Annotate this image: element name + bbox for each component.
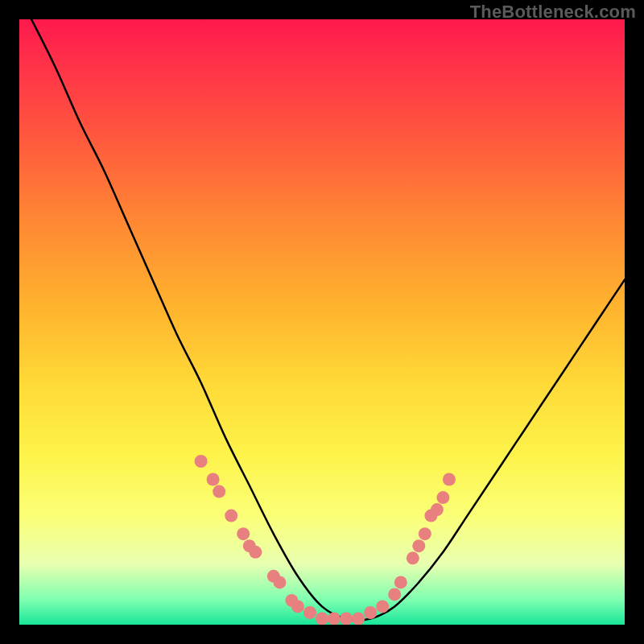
marker-dot	[407, 551, 419, 564]
marker-dot	[285, 594, 298, 607]
marker-dot	[443, 473, 456, 486]
marker-dot	[328, 613, 341, 625]
chart-plot-area	[19, 19, 625, 625]
marker-dot	[291, 600, 304, 613]
marker-dot	[207, 473, 220, 486]
marker-dot	[424, 510, 437, 522]
marker-dot	[225, 510, 237, 522]
watermark-text: TheBottleneck.com	[470, 2, 636, 23]
marker-dot	[364, 606, 377, 619]
marker-dot	[412, 539, 425, 552]
marker-dot	[388, 588, 401, 601]
marker-dot	[340, 613, 353, 625]
curve-series	[31, 19, 625, 620]
marker-dot	[267, 570, 280, 583]
marker-dot	[213, 485, 225, 498]
marker-dot	[195, 455, 208, 468]
marker-dot	[237, 527, 250, 540]
marker-dot	[243, 539, 256, 552]
marker-dot	[273, 576, 286, 588]
marker-dot	[352, 613, 365, 625]
marker-dot	[303, 606, 316, 619]
marker-dot	[249, 546, 262, 559]
bottleneck-curve-path	[31, 19, 625, 620]
marker-dot	[431, 503, 444, 516]
marker-dot	[376, 600, 389, 613]
bottleneck-chart-svg	[19, 19, 625, 625]
marker-dot	[316, 613, 328, 625]
marker-series	[195, 455, 456, 625]
marker-dot	[394, 576, 407, 588]
marker-dot	[436, 491, 449, 504]
marker-dot	[419, 527, 431, 540]
